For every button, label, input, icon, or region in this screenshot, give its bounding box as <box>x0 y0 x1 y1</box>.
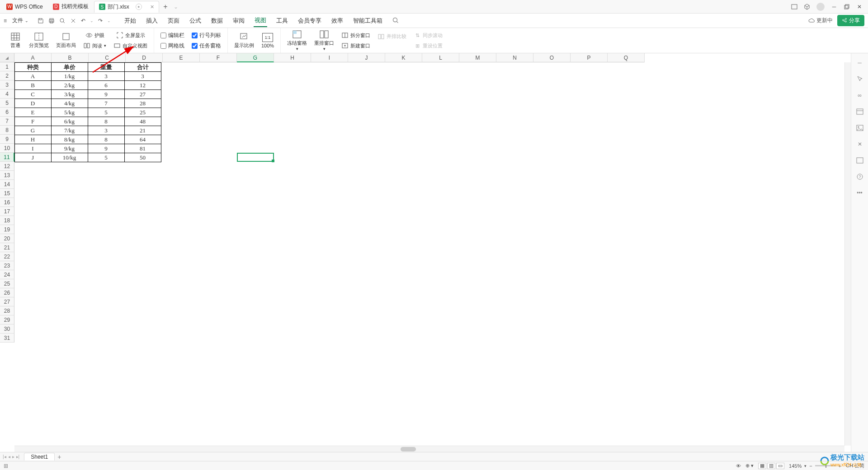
table-cell[interactable]: 81 <box>124 144 161 153</box>
zoom-scale-button[interactable]: 显示比例 <box>231 31 257 50</box>
tab-app[interactable]: W WPS Office <box>2 1 47 13</box>
row-header[interactable]: 31 <box>0 334 14 343</box>
menu-tab-2[interactable]: 页面 <box>167 15 180 27</box>
table-cell[interactable]: 8 <box>88 135 125 144</box>
table-cell[interactable]: 48 <box>124 117 161 126</box>
sheet-nav[interactable]: |◂◂▸▸| <box>3 454 19 459</box>
table-cell[interactable]: 7/kg <box>51 126 88 135</box>
link-icon[interactable]: ∞ <box>856 91 864 99</box>
view-mode-2[interactable]: ▥ <box>767 463 775 469</box>
row-header[interactable]: 24 <box>0 270 14 279</box>
close-window-icon[interactable]: ✕ <box>856 4 863 10</box>
row-header[interactable]: 28 <box>0 306 14 315</box>
undo-icon[interactable]: ↶ <box>81 18 85 24</box>
file-menu[interactable]: 文件⌄ <box>9 15 31 26</box>
col-header[interactable]: O <box>533 53 571 62</box>
row-header[interactable]: 26 <box>0 288 14 297</box>
row-header[interactable]: 6 <box>0 108 14 117</box>
cells-grid[interactable]: 种类单价重量合计A1/kg33B2/kg612C3/kg927D4/kg728E… <box>14 62 844 446</box>
table-cell[interactable]: 3 <box>124 71 161 81</box>
hamburger-icon[interactable]: ≡ <box>4 18 7 24</box>
read-mode-button[interactable]: 阅读▾ <box>80 41 109 50</box>
col-header[interactable]: L <box>422 53 459 62</box>
tab-file-active[interactable]: S 部门.xlsx ● ✕ <box>94 1 159 13</box>
table-cell[interactable]: B <box>14 80 52 90</box>
table-cell[interactable]: 12 <box>124 80 161 90</box>
table-cell[interactable]: 64 <box>124 135 161 144</box>
row-header[interactable]: 12 <box>0 162 14 171</box>
row-header[interactable]: 21 <box>0 243 14 252</box>
view-preview-button[interactable]: 分页预览 <box>26 31 52 50</box>
view-layout-button[interactable]: 页面布局 <box>53 31 79 50</box>
custom-view-button[interactable]: 自定义视图 <box>111 41 150 50</box>
freeze-pane-button[interactable]: 冻结窗格▾ <box>284 29 310 52</box>
eye-protect-button[interactable]: 护眼 <box>80 31 109 40</box>
share-button[interactable]: 分享 <box>837 15 864 26</box>
table-cell[interactable]: 28 <box>124 99 161 108</box>
col-header[interactable]: K <box>385 53 422 62</box>
more-icon[interactable]: ••• <box>856 189 864 197</box>
update-status[interactable]: 更新中 <box>808 17 833 24</box>
table-cell[interactable]: H <box>14 135 52 144</box>
help-icon[interactable]: ? <box>856 173 864 181</box>
row-header[interactable]: 25 <box>0 279 14 288</box>
undo-dropdown-icon[interactable]: ⌄ <box>90 19 94 23</box>
table-cell[interactable]: 9/kg <box>51 144 88 153</box>
table-cell[interactable]: 5/kg <box>51 108 88 117</box>
menu-tab-0[interactable]: 开始 <box>123 15 137 27</box>
menu-tab-4[interactable]: 数据 <box>210 15 224 27</box>
col-header[interactable]: B <box>52 53 89 62</box>
table-cell[interactable]: 7 <box>88 99 125 108</box>
image-icon[interactable] <box>856 124 864 132</box>
table-cell[interactable]: G <box>14 126 52 135</box>
col-header[interactable]: I <box>311 53 348 62</box>
col-header[interactable]: P <box>571 53 608 62</box>
row-header[interactable]: 17 <box>0 207 14 216</box>
table-cell[interactable]: J <box>14 153 52 162</box>
row-header[interactable]: 16 <box>0 198 14 207</box>
eye-status-icon[interactable]: 👁 <box>736 463 741 469</box>
arrange-window-button[interactable]: 重排窗口▾ <box>311 29 337 52</box>
table-cell[interactable]: 9 <box>88 89 125 99</box>
table-cell[interactable]: 27 <box>124 89 161 99</box>
col-header[interactable]: A <box>14 53 52 62</box>
sheet-tab[interactable]: Sheet1 <box>24 453 55 461</box>
table-cell[interactable]: 3 <box>88 71 125 81</box>
horizontal-scrollbar[interactable] <box>14 446 844 452</box>
table-header-cell[interactable]: 重量 <box>88 62 125 72</box>
table-cell[interactable]: 5 <box>88 153 125 162</box>
table-cell[interactable]: 3 <box>88 126 125 135</box>
row-header[interactable]: 29 <box>0 315 14 324</box>
row-header[interactable]: 4 <box>0 89 14 99</box>
row-header[interactable]: 14 <box>0 180 14 189</box>
col-header[interactable]: E <box>163 53 200 62</box>
table-cell[interactable]: 21 <box>124 126 161 135</box>
row-header[interactable]: 5 <box>0 99 14 108</box>
table-cell[interactable]: 10/kg <box>51 153 88 162</box>
col-header[interactable]: F <box>200 53 237 62</box>
table-cell[interactable]: 2/kg <box>51 80 88 90</box>
table-cell[interactable]: 3/kg <box>51 89 88 99</box>
table-cell[interactable]: I <box>14 144 52 153</box>
zoom-out-icon[interactable]: − <box>809 463 812 469</box>
table-cell[interactable]: C <box>14 89 52 99</box>
table-cell[interactable]: 8/kg <box>51 135 88 144</box>
cut-icon[interactable] <box>70 18 76 24</box>
fullscreen-button[interactable]: 全屏显示 <box>111 31 150 40</box>
table-cell[interactable]: A <box>14 71 52 81</box>
table-cell[interactable]: 50 <box>124 153 161 162</box>
panel-icon[interactable] <box>856 108 864 116</box>
redo-icon[interactable]: ↷ <box>98 18 103 24</box>
col-header[interactable]: G <box>237 53 274 62</box>
col-header[interactable]: J <box>348 53 385 62</box>
preview-icon[interactable] <box>59 18 66 24</box>
col-header[interactable]: C <box>89 53 126 62</box>
row-header[interactable]: 22 <box>0 252 14 261</box>
table-cell[interactable]: 4/kg <box>51 99 88 108</box>
table-header-cell[interactable]: 合计 <box>124 62 161 72</box>
table-cell[interactable]: D <box>14 99 52 108</box>
row-header[interactable]: 3 <box>0 80 14 89</box>
select-all-corner[interactable]: ◢ <box>0 53 14 62</box>
table-header-cell[interactable]: 单价 <box>51 62 88 72</box>
view-mode-3[interactable]: ▭ <box>776 463 784 469</box>
